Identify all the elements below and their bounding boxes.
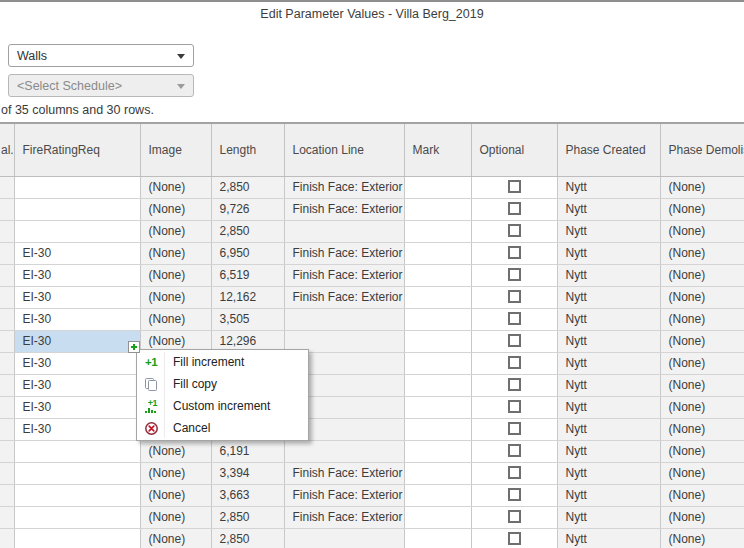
menu-item-label: Cancel [173,421,210,435]
menu-item-cancel[interactable]: Cancel [137,417,308,439]
column-header-optional[interactable]: Optional [471,124,557,176]
cell-optional[interactable] [471,176,557,198]
cell-mark[interactable] [404,374,471,396]
cell-optional[interactable] [471,506,557,528]
column-header-c0[interactable]: al... [0,124,14,176]
column-header-pd[interactable]: Phase Demolished [660,124,744,176]
optional-checkbox[interactable] [508,224,521,237]
cell-optional[interactable] [471,264,557,286]
cell-optional[interactable] [471,374,557,396]
column-header-frr[interactable]: FireRatingReq [14,124,140,176]
schedule-dropdown: <Select Schedule> [8,74,194,97]
table-row: EI-30Nytt(None) [0,352,744,374]
cell-optional[interactable] [471,418,557,440]
category-dropdown[interactable]: Walls [8,44,194,67]
optional-checkbox[interactable] [508,290,521,303]
optional-checkbox[interactable] [508,400,521,413]
fill-handle-icon[interactable] [128,341,140,353]
cell-frr[interactable] [14,484,140,506]
cell-pd: (None) [660,308,744,330]
menu-item-fill-copy[interactable]: Fill copy [137,373,308,395]
cell-frr[interactable]: EI-30 [14,374,140,396]
cell-frr[interactable]: EI-30 [14,242,140,264]
cell-length: 3,394 [211,462,284,484]
cell-optional[interactable] [471,396,557,418]
cell-mark[interactable] [404,286,471,308]
cell-optional[interactable] [471,220,557,242]
column-header-image[interactable]: Image [140,124,211,176]
cell-mark[interactable] [404,462,471,484]
cell-mark[interactable] [404,396,471,418]
cell-c0 [0,352,14,374]
cell-loc: Finish Face: Exterior [284,484,404,506]
optional-checkbox[interactable] [508,202,521,215]
menu-item-custom-increment[interactable]: +1 Custom increment [137,395,308,417]
cell-pc: Nytt [557,506,660,528]
cell-mark[interactable] [404,198,471,220]
cell-frr[interactable] [14,528,140,548]
cell-pc: Nytt [557,176,660,198]
cell-optional[interactable] [471,528,557,548]
optional-checkbox[interactable] [508,246,521,259]
column-header-pc[interactable]: Phase Created [557,124,660,176]
cell-mark[interactable] [404,418,471,440]
selected-cell[interactable]: EI-30 [14,330,140,352]
cell-mark[interactable] [404,506,471,528]
cell-image: (None) [140,220,211,242]
cell-mark[interactable] [404,352,471,374]
cell-frr[interactable]: EI-30 [14,418,140,440]
cell-frr[interactable] [14,440,140,462]
column-header-mark[interactable]: Mark [404,124,471,176]
cell-frr[interactable]: EI-30 [14,308,140,330]
cell-optional[interactable] [471,198,557,220]
cell-optional[interactable] [471,440,557,462]
optional-checkbox[interactable] [508,334,521,347]
optional-checkbox[interactable] [508,510,521,523]
cell-frr[interactable]: EI-30 [14,352,140,374]
optional-checkbox[interactable] [508,180,521,193]
cell-mark[interactable] [404,242,471,264]
cell-frr[interactable] [14,220,140,242]
optional-checkbox[interactable] [508,356,521,369]
cell-pc: Nytt [557,330,660,352]
cell-optional[interactable] [471,484,557,506]
cell-mark[interactable] [404,264,471,286]
cell-frr[interactable] [14,176,140,198]
cell-mark[interactable] [404,528,471,548]
cell-pd: (None) [660,330,744,352]
cell-frr[interactable]: EI-30 [14,286,140,308]
cell-pc: Nytt [557,286,660,308]
cell-frr[interactable] [14,198,140,220]
table-row: EI-30Nytt(None) [0,396,744,418]
cell-optional[interactable] [471,352,557,374]
optional-checkbox[interactable] [508,378,521,391]
cell-optional[interactable] [471,242,557,264]
cell-mark[interactable] [404,484,471,506]
cell-image: (None) [140,440,211,462]
cell-frr[interactable]: EI-30 [14,264,140,286]
optional-checkbox[interactable] [508,466,521,479]
cell-optional[interactable] [471,462,557,484]
cell-mark[interactable] [404,330,471,352]
optional-checkbox[interactable] [508,312,521,325]
cell-mark[interactable] [404,440,471,462]
cell-length: 3,663 [211,484,284,506]
optional-checkbox[interactable] [508,268,521,281]
cell-optional[interactable] [471,286,557,308]
optional-checkbox[interactable] [508,422,521,435]
cell-frr[interactable] [14,506,140,528]
menu-item-fill-increment[interactable]: +1 Fill increment [137,351,308,373]
optional-checkbox[interactable] [508,532,521,545]
column-header-loc[interactable]: Location Line [284,124,404,176]
optional-checkbox[interactable] [508,488,521,501]
cell-frr[interactable] [14,462,140,484]
optional-checkbox[interactable] [508,444,521,457]
cell-frr[interactable]: EI-30 [14,396,140,418]
cell-mark[interactable] [404,308,471,330]
cell-mark[interactable] [404,176,471,198]
cell-pd: (None) [660,176,744,198]
cell-optional[interactable] [471,308,557,330]
column-header-length[interactable]: Length [211,124,284,176]
cell-mark[interactable] [404,220,471,242]
cell-optional[interactable] [471,330,557,352]
